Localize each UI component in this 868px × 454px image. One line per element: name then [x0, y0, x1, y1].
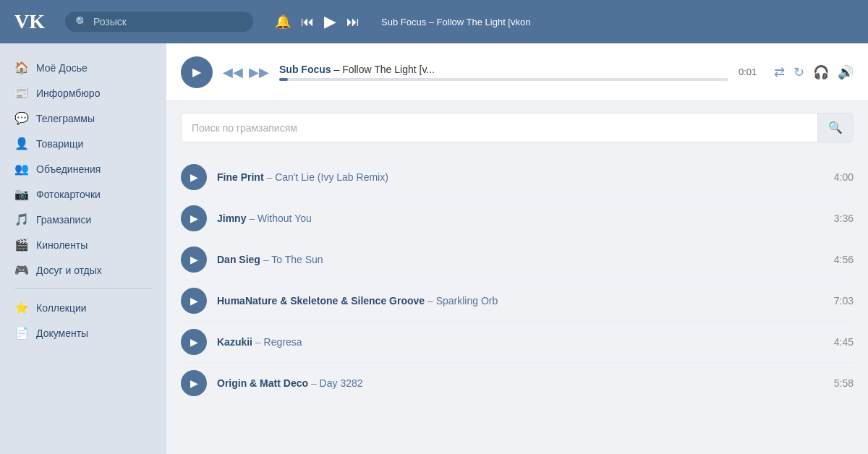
track-play-button-5[interactable]: ▶	[181, 329, 207, 355]
track-separator-2: –	[249, 213, 258, 224]
track-separator-4: –	[427, 295, 436, 307]
track-name-4: HumaNature & Skeletone & Silence Groove …	[217, 295, 824, 307]
shuffle-button[interactable]: ⇄	[774, 64, 785, 80]
music-search-icon: 🔍	[828, 121, 843, 134]
music-search-input[interactable]	[182, 115, 817, 141]
search-input[interactable]	[93, 16, 238, 27]
track-song-6: Day 3282	[320, 377, 363, 389]
player-extra-controls: ⇄ ↻ 🎧 🔊	[774, 64, 854, 80]
track-play-button-4[interactable]: ▶	[181, 288, 207, 314]
layout: 🏠 Моё Досье 📰 Информбюро 💬 Телеграммы 👤 …	[0, 43, 868, 454]
track-name-1: Fine Print – Can't Lie (Ivy Lab Remix)	[217, 171, 824, 183]
track-list: ▶ Fine Print – Can't Lie (Ivy Lab Remix)…	[181, 157, 854, 403]
table-row: ▶ Origin & Matt Deco – Day 3282 5:58	[181, 363, 854, 403]
sidebar-label-groups: Объединения	[36, 163, 101, 175]
track-play-button-1[interactable]: ▶	[181, 164, 207, 190]
docs-icon: 📄	[14, 326, 29, 340]
track-duration-6: 5:58	[834, 377, 854, 389]
sidebar-label-music: Грамзаписи	[36, 214, 91, 226]
header: VK 🔍 🔔 ⏮ ▶ ⏭ Sub Focus – Follow The Ligh…	[0, 0, 868, 43]
repeat-button[interactable]: ↻	[793, 64, 804, 80]
table-row: ▶ Jimny – Without You 3:36	[181, 198, 854, 239]
track-song-5: Regresa	[264, 336, 302, 348]
track-name-2: Jimny – Without You	[217, 213, 824, 224]
sidebar-item-docs[interactable]: 📄 Документы	[0, 320, 166, 346]
track-separator-5: –	[255, 336, 264, 348]
headphone-button[interactable]: 🎧	[813, 64, 829, 80]
table-row: ▶ Dan Sieg – To The Sun 4:56	[181, 239, 854, 280]
track-duration-4: 7:03	[834, 295, 854, 307]
player-bar: ▶ ◀◀ ▶▶ Sub Focus – Follow The Light [v.…	[166, 43, 868, 101]
home-icon: 🏠	[14, 61, 29, 74]
sidebar-label-my-profile: Моё Досье	[36, 62, 88, 74]
track-song-1: Can't Lie (Ivy Lab Remix)	[275, 171, 388, 183]
track-separator-1: –	[266, 171, 275, 183]
main-content: ▶ ◀◀ ▶▶ Sub Focus – Follow The Light [v.…	[166, 43, 868, 454]
track-artist-3: Dan Sieg	[217, 254, 260, 265]
sidebar-label-games: Досуг и отдых	[36, 265, 102, 276]
table-row: ▶ HumaNature & Skeletone & Silence Groov…	[181, 280, 854, 322]
track-duration-3: 4:56	[834, 254, 854, 265]
sidebar-item-messages[interactable]: 💬 Телеграммы	[0, 106, 166, 131]
bookmarks-icon: ⭐	[14, 301, 29, 314]
player-controls: ◀◀ ▶▶	[223, 64, 269, 80]
friends-icon: 👤	[14, 137, 29, 150]
sidebar-item-groups[interactable]: 👥 Объединения	[0, 156, 166, 181]
sidebar-label-bookmarks: Коллекции	[36, 302, 87, 314]
sidebar-label-friends: Товарищи	[36, 138, 83, 150]
track-song-4: Sparkling Orb	[436, 295, 498, 307]
sidebar-item-news[interactable]: 📰 Информбюро	[0, 80, 166, 106]
track-title: Sub Focus – Follow The Light [v...	[279, 64, 728, 75]
player-play-button[interactable]: ▶	[181, 56, 213, 88]
videos-icon: 🎬	[14, 238, 29, 252]
track-play-button-2[interactable]: ▶	[181, 205, 207, 231]
track-artist-2: Jimny	[217, 213, 246, 224]
time-display: 0:01	[739, 67, 764, 77]
sidebar-label-news: Информбюро	[36, 87, 100, 99]
track-duration-1: 4:00	[834, 171, 854, 183]
sidebar-label-docs: Документы	[36, 327, 88, 339]
table-row: ▶ Fine Print – Can't Lie (Ivy Lab Remix)…	[181, 157, 854, 198]
now-playing-header: Sub Focus – Follow The Light [vkon	[381, 17, 530, 27]
sidebar-item-bookmarks[interactable]: ⭐ Коллекции	[0, 295, 166, 320]
photos-icon: 📷	[14, 187, 29, 201]
track-artist-1: Fine Print	[217, 171, 264, 183]
games-icon: 🎮	[14, 263, 29, 277]
track-song-2: Without You	[258, 213, 312, 224]
track-artist-6: Origin & Matt Deco	[217, 377, 308, 389]
sidebar-item-friends[interactable]: 👤 Товарищи	[0, 131, 166, 156]
sidebar-item-music[interactable]: 🎵 Грамзаписи	[0, 207, 166, 232]
track-info: Sub Focus – Follow The Light [v...	[279, 64, 728, 81]
header-icons: 🔔 ⏮ ▶ ⏭	[275, 12, 359, 31]
header-forward-icon[interactable]: ⏭	[346, 14, 359, 30]
table-row: ▶ Kazukii – Regresa 4:45	[181, 322, 854, 363]
sidebar-item-my-profile[interactable]: 🏠 Моё Досье	[0, 55, 166, 80]
player-skip-button[interactable]: ▶▶	[249, 64, 269, 80]
progress-bar[interactable]	[279, 78, 728, 81]
track-separator-6: –	[311, 377, 320, 389]
track-song-title: Follow The Light [v...	[342, 64, 435, 75]
groups-icon: 👥	[14, 162, 29, 176]
volume-button[interactable]: 🔊	[838, 64, 854, 80]
sidebar-item-photos[interactable]: 📷 Фотокарточки	[0, 181, 166, 207]
sidebar-label-messages: Телеграммы	[36, 113, 95, 124]
music-search-bar: 🔍	[181, 113, 854, 142]
header-play-icon[interactable]: ▶	[324, 12, 336, 31]
track-play-button-3[interactable]: ▶	[181, 247, 207, 273]
track-song-3: To The Sun	[271, 254, 323, 265]
track-play-button-6[interactable]: ▶	[181, 370, 207, 396]
messages-icon: 💬	[14, 111, 29, 125]
search-icon: 🔍	[75, 16, 88, 27]
progress-bar-fill	[279, 78, 288, 81]
sidebar-item-games[interactable]: 🎮 Досуг и отдых	[0, 257, 166, 283]
track-name-3: Dan Sieg – To The Sun	[217, 254, 824, 265]
sidebar: 🏠 Моё Досье 📰 Информбюро 💬 Телеграммы 👤 …	[0, 43, 166, 454]
header-rewind-icon[interactable]: ⏮	[301, 14, 314, 30]
sidebar-divider	[14, 288, 152, 289]
player-rewind-button[interactable]: ◀◀	[223, 64, 243, 80]
player-play-icon: ▶	[192, 65, 201, 79]
bell-icon[interactable]: 🔔	[275, 14, 291, 30]
search-bar: 🔍	[65, 12, 253, 32]
music-search-button[interactable]: 🔍	[817, 113, 853, 142]
sidebar-item-videos[interactable]: 🎬 Киноленты	[0, 232, 166, 257]
